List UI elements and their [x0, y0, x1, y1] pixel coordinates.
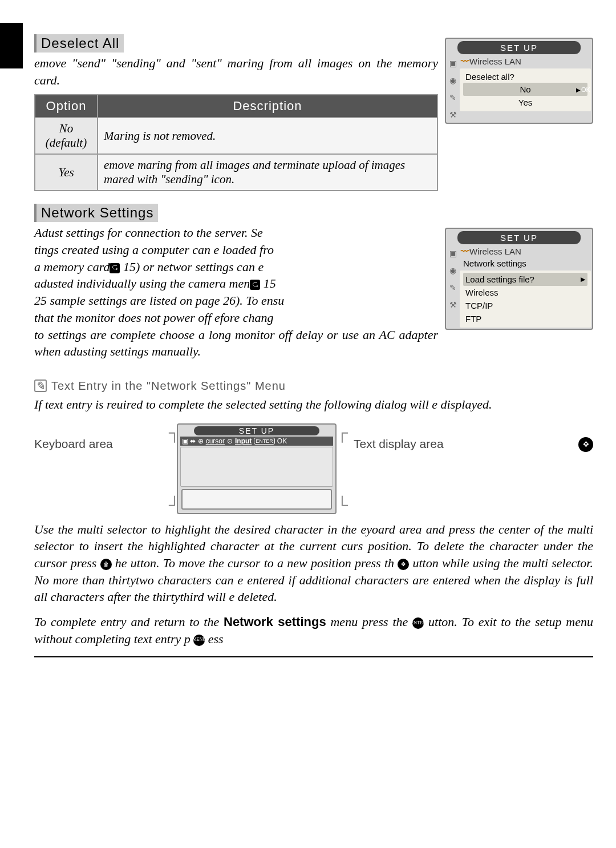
cam2-row-tcpip[interactable]: TCP/IP [463, 299, 587, 312]
keyboard-area[interactable] [180, 447, 333, 487]
page-side-tab [0, 23, 23, 68]
deselect-intro-text: emove "send" "sending" and "sent" maring… [34, 55, 438, 88]
th-option: Option [35, 95, 98, 118]
text-display-area[interactable] [181, 489, 332, 510]
cam2-breadcrumb: 〰Wireless LAN [460, 245, 591, 257]
delete-button-icon: 🗑 [100, 559, 112, 570]
entry-hint-bar: ▣ ⬌ ⊕cursor ⊙Input ENTEROK [180, 437, 333, 446]
network-body-text: Adust settings for connection to the ser… [34, 224, 438, 360]
play-icon: ▣ [449, 59, 457, 68]
usage-paragraph-2: To complete entry and return to the Netw… [34, 613, 593, 647]
page-ref-icon: ⮎ [250, 280, 260, 290]
camera-icon: ◉ [449, 76, 456, 85]
cam1-row-no[interactable]: No OK [463, 83, 587, 96]
desc-yes: emove maring from all images and termina… [98, 154, 437, 191]
camera-menu-network: SET UP ▣ ◉ ✎ ⚒ 〰Wireless LAN Network set… [445, 228, 593, 330]
heading-deselect-all: Deselect All [34, 34, 124, 53]
center-button-icon: ✥ [398, 559, 409, 570]
bracket-right: ┌└ [337, 423, 345, 514]
multi-selector-icon: ✥ [578, 437, 593, 452]
cam1-row-yes[interactable]: Yes [463, 96, 587, 109]
entry-title: SET UP [194, 426, 319, 435]
page-ref-icon: ⮎ [110, 263, 120, 273]
wrench-icon: ⚒ [449, 300, 457, 309]
text-display-label: Text display area [354, 437, 444, 451]
opt-no-default: No (default) [35, 118, 98, 154]
opt-yes: Yes [35, 154, 98, 191]
camera-icon: ◉ [449, 266, 456, 275]
usage-paragraph-1: Use the multi selector to highlight the … [34, 521, 593, 605]
cam2-title: SET UP [457, 231, 581, 244]
note-heading: ✎ Text Entry in the "Network Settings" M… [34, 379, 286, 393]
cam2-row-wireless[interactable]: Wireless [463, 286, 587, 299]
pencil-note-icon: ✎ [34, 379, 47, 392]
options-table: Option Description No (default) Maring i… [34, 94, 438, 191]
pencil-icon: ✎ [449, 93, 456, 102]
bracket-left: ┐┘ [169, 423, 177, 514]
arrow-right-icon: ▶ [581, 276, 585, 283]
th-description: Description [98, 95, 437, 118]
desc-no: Maring is not removed. [98, 118, 437, 154]
text-entry-screen: SET UP ▣ ⬌ ⊕cursor ⊙Input ENTEROK [177, 423, 337, 514]
cam2-row-ftp[interactable]: FTP [463, 312, 587, 325]
cam-sidebar-icons: ▣ ◉ ✎ ⚒ [446, 245, 460, 329]
menu-button-icon: MENU [193, 635, 205, 646]
note-intro: If text entry is reuired to complete the… [34, 396, 593, 413]
cam1-breadcrumb: 〰Wireless LAN [460, 55, 591, 67]
cam-sidebar-icons: ▣ ◉ ✎ ⚒ [446, 55, 460, 123]
enter-button-icon: ENTER [412, 617, 424, 629]
pencil-icon: ✎ [449, 283, 456, 292]
heading-network-settings: Network Settings [34, 204, 158, 222]
ok-indicator: OK [576, 86, 589, 93]
wrench-icon: ⚒ [449, 110, 457, 119]
cam1-prompt: Deselect all? [463, 71, 587, 83]
footer-rule [34, 656, 593, 657]
camera-menu-deselect: SET UP ▣ ◉ ✎ ⚒ 〰Wireless LAN Deselect al… [445, 38, 593, 124]
cam2-row-load[interactable]: Load settings file?▶ [463, 273, 587, 286]
keyboard-area-label: Keyboard area [34, 423, 160, 451]
cam2-subtitle: Network settings [460, 257, 591, 269]
play-icon: ▣ [449, 249, 457, 258]
cam1-title: SET UP [457, 41, 581, 54]
